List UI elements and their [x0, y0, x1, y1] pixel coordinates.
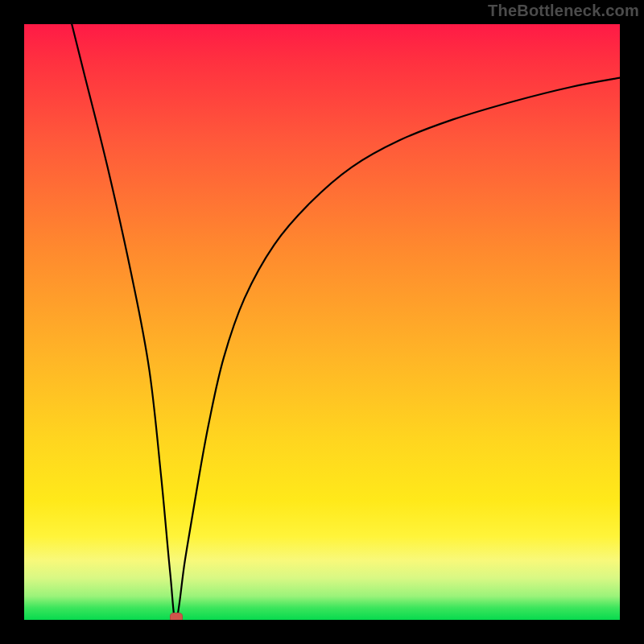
watermark-text: TheBottleneck.com [488, 2, 639, 20]
optimum-marker [170, 613, 183, 620]
plot-area [24, 24, 620, 620]
chart-frame: TheBottleneck.com [0, 0, 644, 644]
curve-svg [24, 24, 620, 620]
bottleneck-curve [72, 24, 620, 620]
